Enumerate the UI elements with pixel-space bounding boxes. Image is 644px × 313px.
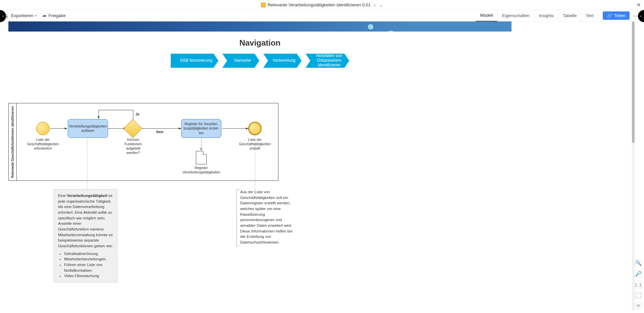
share-icon: 🔗 — [607, 13, 612, 18]
gateway-split[interactable] — [123, 119, 143, 138]
zoom-tools: 🔍 🔎 1:1 ⛶ ⟳ — [635, 259, 642, 310]
nav-drittanbieter[interactable]: Aktivitäten von Dritt­anbietern Identifi… — [306, 54, 349, 68]
nav-vorbereitung[interactable]: Vorbereitung — [263, 54, 302, 68]
end-event[interactable] — [248, 122, 262, 135]
favorite-icon[interactable]: ☆ — [373, 2, 377, 8]
title-dropdown-icon[interactable]: ⌄ — [379, 2, 383, 8]
navigation-area: Navigation DSB Nominierung Startseite Vo… — [8, 32, 512, 81]
canvas[interactable]: Navigation DSB Nominierung Startseite Vo… — [8, 21, 631, 313]
annotation-verarbeitungstaetigkeit: Eine Verarbeitungstätigkeit ist jede org… — [54, 189, 117, 282]
end-event-label: Liste der Geschäftstätigkeiten erstellt — [238, 138, 272, 151]
lane-header: Relevante Geschäftsfunktionen identifizi… — [9, 103, 17, 180]
nav-startseite[interactable]: Startseite — [222, 54, 259, 68]
task-auflisten[interactable]: Verarbeitungstätigkeiten auflisten — [68, 119, 108, 138]
data-object-register[interactable] — [196, 151, 207, 164]
tab-text[interactable]: Text — [581, 10, 598, 21]
refresh-icon[interactable]: ⟳ — [635, 302, 642, 310]
gateway-yes-label: Ja — [136, 112, 139, 116]
title-bar: Relevante Verarbeitungstätigkeiten ident… — [0, 0, 644, 10]
header-banner — [8, 21, 512, 32]
model-icon — [261, 3, 266, 7]
zoom-in-icon[interactable]: 🔍 — [635, 259, 642, 267]
share-button[interactable]: 🔗 Teilen — [603, 11, 630, 20]
chevron-down-icon: ▾ — [35, 14, 37, 17]
data-object-label: Register Verarbeitungstätigkeiten — [182, 166, 220, 174]
toolbar: ⭳ Exportieren ▾ ➦ Freigabe Modell Eigens… — [0, 10, 644, 21]
tab-insights[interactable]: Insights — [534, 10, 558, 21]
task-register-erstellen[interactable]: Register für Verarbei­tungstätigkeiten e… — [181, 119, 221, 138]
vertical-scrollbar[interactable] — [632, 21, 635, 311]
start-event[interactable] — [36, 122, 50, 135]
gateway-no-label: Nein — [156, 130, 164, 134]
export-button[interactable]: ⭳ Exportieren ▾ — [5, 13, 37, 18]
navigation-title: Navigation — [8, 38, 512, 48]
tab-eigenschaften[interactable]: Eigenschaften — [497, 10, 534, 21]
nav-dsb[interactable]: DSB Nominierung — [171, 54, 218, 68]
zoom-out-icon[interactable]: 🔎 — [635, 270, 642, 277]
zoom-reset-icon[interactable]: 1:1 — [635, 281, 642, 288]
tab-tabelle[interactable]: Tabelle — [558, 10, 581, 21]
bpmn-pool: Relevante Geschäftsfunktionen identifizi… — [8, 103, 278, 181]
close-icon[interactable]: × — [637, 1, 641, 8]
release-button[interactable]: ➦ Freigabe — [43, 13, 65, 18]
annotation-datenregister: Aus der Liste von Geschäftstätigkeiten s… — [236, 189, 293, 246]
tab-modell[interactable]: Modell — [476, 10, 497, 21]
page-title: Relevante Verarbeitungstätigkeiten ident… — [268, 2, 371, 7]
start-event-label: Liste der Geschäftstätigkeiten erforderl… — [27, 138, 59, 151]
share-out-icon: ➦ — [43, 13, 47, 18]
gateway-label: Können Funktionen aufgeteilt werden? — [120, 138, 146, 155]
fit-screen-icon[interactable]: ⛶ — [635, 292, 642, 299]
